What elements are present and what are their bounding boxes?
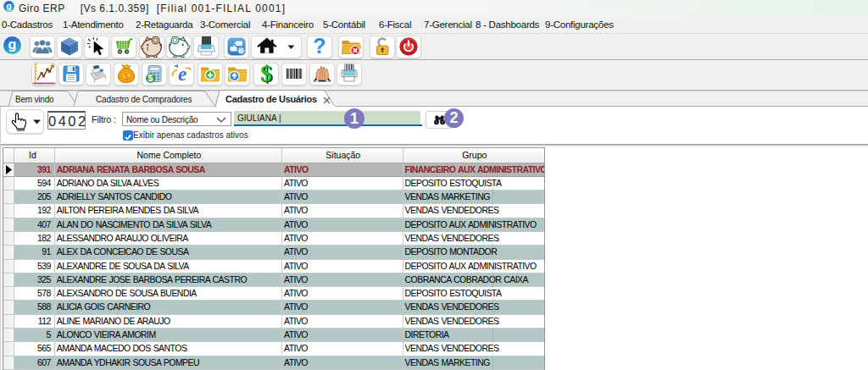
- svg-text:?: ?: [313, 36, 326, 57]
- svg-text:$: $: [148, 73, 153, 83]
- svg-text:$: $: [124, 71, 129, 81]
- svg-text:$: $: [260, 63, 272, 85]
- svg-text:e: e: [178, 64, 186, 85]
